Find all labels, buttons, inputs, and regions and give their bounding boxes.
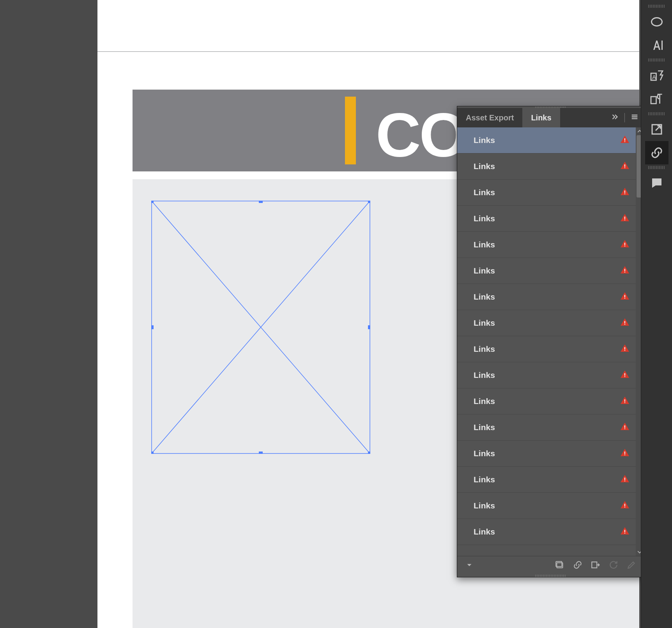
warning-icon — [620, 526, 630, 538]
tab-links[interactable]: Links — [522, 108, 560, 127]
svg-rect-38 — [624, 480, 625, 481]
link-name: Links — [474, 397, 495, 406]
comments-icon[interactable] — [645, 171, 668, 195]
svg-rect-14 — [624, 167, 625, 168]
links-panel: Asset Export Links LinksLinksLinksLinksL… — [457, 106, 644, 577]
svg-rect-12 — [624, 141, 625, 142]
character-icon[interactable] — [645, 34, 668, 57]
rail-grip[interactable] — [648, 5, 665, 8]
svg-rect-32 — [624, 402, 625, 403]
svg-rect-6 — [151, 325, 154, 329]
svg-rect-15 — [624, 191, 625, 193]
link-row[interactable]: Links — [457, 362, 637, 388]
link-row[interactable]: Links — [457, 415, 637, 441]
link-row[interactable]: Links — [457, 519, 637, 545]
link-row[interactable]: Links — [457, 153, 637, 180]
tab-asset-export[interactable]: Asset Export — [457, 108, 522, 127]
svg-rect-42 — [624, 533, 625, 533]
link-name: Links — [474, 188, 495, 197]
svg-rect-45 — [592, 562, 597, 568]
svg-rect-40 — [624, 506, 625, 507]
svg-text:A: A — [652, 74, 656, 80]
show-info-toggle[interactable] — [464, 560, 474, 572]
panel-resize-grip[interactable] — [535, 575, 566, 577]
opentype-icon[interactable] — [645, 10, 668, 34]
warning-icon — [620, 370, 630, 381]
svg-rect-37 — [624, 478, 625, 480]
warning-icon — [620, 500, 630, 512]
rail-grip[interactable] — [648, 58, 665, 62]
paragraph-styles-icon[interactable] — [645, 87, 668, 111]
svg-rect-25 — [624, 321, 625, 323]
svg-rect-39 — [624, 504, 625, 506]
right-rail: A — [641, 0, 672, 628]
svg-rect-3 — [151, 201, 154, 203]
warning-icon — [620, 291, 630, 303]
svg-rect-33 — [624, 425, 625, 428]
svg-rect-30 — [624, 376, 625, 377]
link-name: Links — [474, 475, 495, 484]
link-row[interactable]: Links — [457, 258, 637, 284]
svg-rect-11 — [624, 138, 625, 141]
glyphs-icon[interactable]: A — [645, 64, 668, 87]
svg-rect-35 — [624, 452, 625, 454]
svg-rect-13 — [624, 164, 625, 167]
link-row[interactable]: Links — [457, 180, 637, 206]
panel-menu-icon[interactable] — [630, 113, 639, 123]
collapse-panel-icon[interactable] — [610, 113, 619, 123]
warning-icon — [620, 448, 630, 459]
warning-icon — [620, 265, 630, 277]
svg-rect-47 — [661, 41, 663, 50]
selected-frame[interactable] — [151, 201, 370, 454]
svg-rect-18 — [624, 219, 625, 220]
warning-icon — [620, 422, 630, 433]
warning-icon — [620, 474, 630, 485]
warning-icon — [620, 187, 630, 198]
links-list: LinksLinksLinksLinksLinksLinksLinksLinks… — [457, 127, 637, 556]
panel-tabs: Asset Export Links — [457, 108, 644, 127]
svg-rect-27 — [624, 347, 625, 349]
svg-rect-31 — [624, 399, 625, 402]
update-link-icon — [608, 560, 619, 572]
link-row[interactable]: Links — [457, 206, 637, 232]
link-row[interactable]: Links — [457, 388, 637, 415]
link-name: Links — [474, 214, 495, 223]
link-row[interactable]: Links — [457, 493, 637, 519]
svg-rect-9 — [259, 452, 263, 454]
links-rail-icon[interactable] — [645, 141, 668, 164]
warning-icon — [620, 213, 630, 224]
header-accent — [345, 97, 356, 164]
divider — [624, 113, 625, 122]
link-row[interactable]: Links — [457, 127, 637, 153]
go-to-link-icon[interactable] — [591, 560, 601, 572]
svg-rect-10 — [368, 452, 370, 454]
warning-icon — [620, 396, 630, 407]
link-row[interactable]: Links — [457, 467, 637, 493]
links-list-scroll: LinksLinksLinksLinksLinksLinksLinksLinks… — [457, 127, 644, 556]
relink-cc-icon[interactable] — [555, 560, 565, 572]
svg-rect-28 — [624, 350, 625, 351]
svg-rect-21 — [624, 269, 625, 271]
svg-rect-19 — [624, 243, 625, 245]
link-row[interactable]: Links — [457, 441, 637, 467]
svg-rect-16 — [624, 193, 625, 194]
svg-rect-8 — [151, 452, 154, 454]
link-name: Links — [474, 266, 495, 275]
svg-rect-29 — [624, 373, 625, 376]
link-name: Links — [474, 501, 495, 510]
link-row[interactable]: Links — [457, 336, 637, 362]
link-row[interactable]: Links — [457, 232, 637, 258]
export-icon[interactable] — [645, 118, 668, 141]
edit-original-icon — [626, 560, 637, 572]
link-row[interactable]: Links — [457, 284, 637, 310]
relink-icon[interactable] — [573, 560, 583, 572]
svg-point-46 — [651, 18, 662, 26]
link-row[interactable]: Links — [457, 310, 637, 336]
link-name: Links — [474, 292, 495, 302]
warning-icon — [620, 239, 630, 250]
svg-rect-41 — [624, 530, 625, 532]
link-name: Links — [474, 162, 495, 171]
rail-grip[interactable] — [648, 112, 665, 115]
rail-grip[interactable] — [648, 166, 665, 169]
link-name: Links — [474, 136, 495, 145]
